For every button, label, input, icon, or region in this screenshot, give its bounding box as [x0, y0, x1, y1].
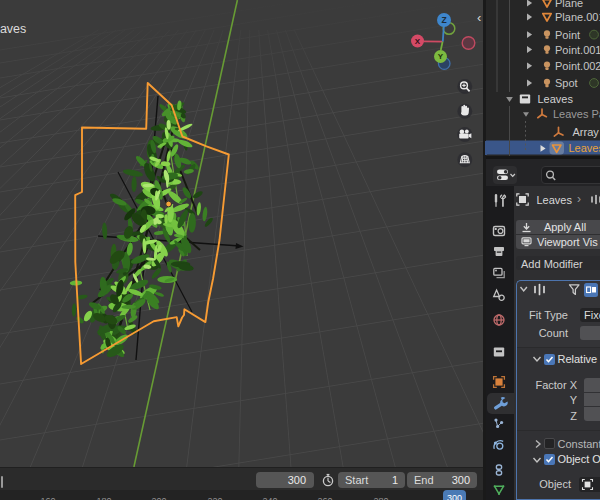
svg-text:Y: Y [438, 52, 444, 61]
svg-text:Z: Z [441, 15, 446, 25]
svg-text:X: X [415, 37, 421, 46]
